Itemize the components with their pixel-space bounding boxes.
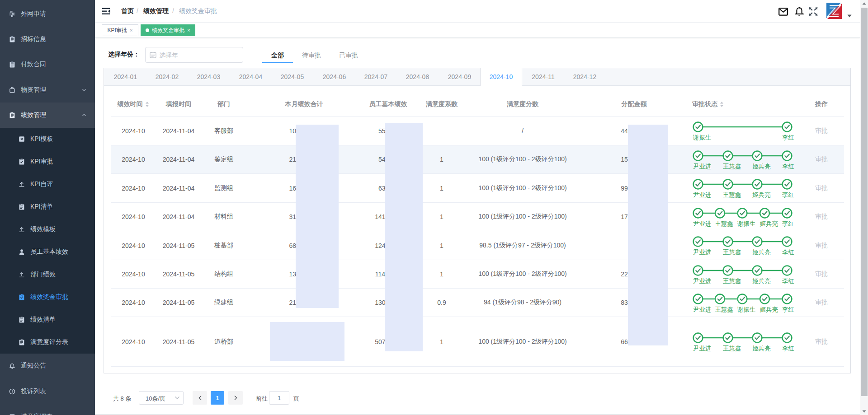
svg-text:王慧鑫: 王慧鑫 — [723, 345, 741, 352]
svg-text:王慧鑫: 王慧鑫 — [723, 249, 741, 256]
svg-text:尹业进: 尹业进 — [693, 191, 712, 198]
svg-text:姬兵亮: 姬兵亮 — [752, 249, 771, 256]
svg-text:姬兵亮: 姬兵亮 — [760, 306, 778, 313]
svg-text:姬兵亮: 姬兵亮 — [760, 220, 778, 227]
svg-text:李红: 李红 — [782, 134, 794, 141]
svg-text:李红: 李红 — [782, 306, 794, 313]
svg-text:谢振生: 谢振生 — [737, 306, 756, 313]
svg-text:李红: 李红 — [782, 249, 794, 256]
svg-text:尹业进: 尹业进 — [693, 249, 712, 256]
svg-text:尹业进: 尹业进 — [693, 278, 712, 284]
svg-text:王慧鑫: 王慧鑫 — [723, 191, 741, 198]
svg-text:姬兵亮: 姬兵亮 — [752, 163, 771, 170]
svg-text:姬兵亮: 姬兵亮 — [752, 191, 771, 198]
svg-text:尹业进: 尹业进 — [693, 345, 712, 352]
svg-text:李红: 李红 — [782, 345, 794, 352]
svg-text:姬兵亮: 姬兵亮 — [752, 278, 771, 284]
svg-text:王慧鑫: 王慧鑫 — [715, 220, 734, 227]
svg-text:李红: 李红 — [782, 191, 794, 198]
svg-text:姬兵亮: 姬兵亮 — [752, 345, 771, 352]
svg-text:尹业进: 尹业进 — [693, 306, 712, 313]
svg-text:李红: 李红 — [782, 163, 794, 170]
svg-text:谢振生: 谢振生 — [737, 220, 756, 227]
svg-text:李红: 李红 — [782, 220, 794, 227]
svg-text:尹业进: 尹业进 — [693, 163, 712, 170]
svg-text:李红: 李红 — [782, 278, 794, 284]
svg-text:王慧鑫: 王慧鑫 — [723, 163, 741, 170]
svg-text:尹业进: 尹业进 — [693, 220, 712, 227]
svg-text:王慧鑫: 王慧鑫 — [723, 278, 741, 284]
svg-text:谢振生: 谢振生 — [693, 134, 712, 141]
svg-text:王慧鑫: 王慧鑫 — [715, 306, 734, 313]
